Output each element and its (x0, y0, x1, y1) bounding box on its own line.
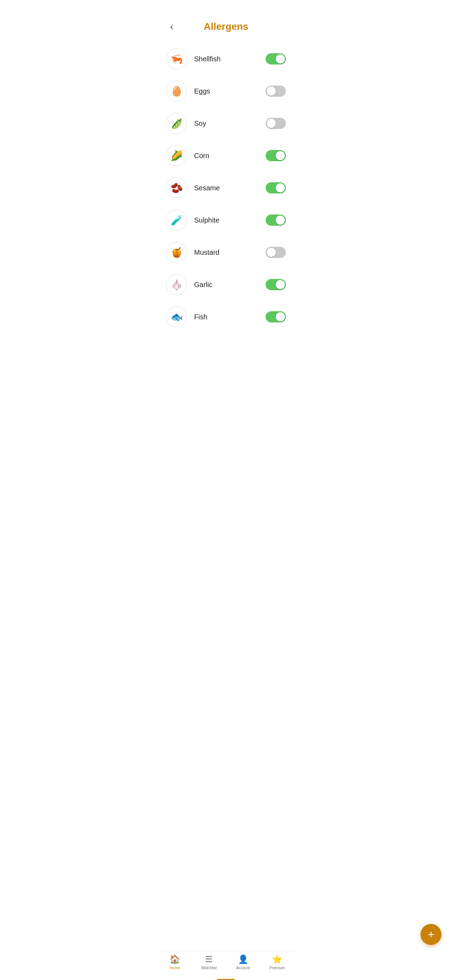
soy-label: Soy (194, 119, 266, 127)
mustard-icon: 🍯 (166, 242, 187, 263)
fish-label: Fish (194, 313, 266, 321)
sulphite-label: Sulphite (194, 216, 266, 224)
mustard-toggle[interactable] (266, 247, 286, 258)
allergen-item-shellfish: 🦐 Shellfish (166, 43, 286, 75)
allergen-item-mustard: 🍯 Mustard (166, 236, 286, 269)
allergen-item-soy: 🫛 Soy (166, 107, 286, 140)
corn-label: Corn (194, 152, 266, 160)
corn-icon: 🌽 (166, 145, 187, 166)
allergen-item-fish: 🐟 Fish (166, 301, 286, 333)
corn-toggle[interactable] (266, 150, 286, 161)
back-icon: ‹ (170, 21, 173, 32)
back-button[interactable]: ‹ (165, 20, 179, 33)
allergen-item-sulphite: 🧪 Sulphite (166, 204, 286, 236)
sulphite-icon: 🧪 (166, 210, 187, 231)
shellfish-label: Shellfish (194, 55, 266, 63)
eggs-icon: 🥚 (166, 81, 187, 102)
sesame-icon: 🫘 (166, 177, 187, 198)
mustard-label: Mustard (194, 248, 266, 256)
fish-toggle[interactable] (266, 311, 286, 323)
allergen-content: 🦐 Shellfish 🥚 Eggs 🫛 Soy (158, 39, 294, 372)
shellfish-toggle[interactable] (266, 53, 286, 65)
shellfish-icon: 🦐 (166, 48, 187, 69)
garlic-toggle[interactable] (266, 279, 286, 290)
allergen-list: 🦐 Shellfish 🥚 Eggs 🫛 Soy (158, 39, 294, 336)
fish-icon: 🐟 (166, 306, 187, 328)
page-header: ‹ Allergens (158, 0, 294, 39)
soy-icon: 🫛 (166, 113, 187, 134)
eggs-toggle[interactable] (266, 86, 286, 97)
allergen-item-eggs: 🥚 Eggs (166, 75, 286, 107)
sulphite-toggle[interactable] (266, 215, 286, 226)
page-title: Allergens (204, 21, 248, 32)
garlic-label: Garlic (194, 281, 266, 289)
soy-toggle[interactable] (266, 118, 286, 129)
allergen-item-garlic: 🧄 Garlic (166, 269, 286, 301)
sesame-toggle[interactable] (266, 182, 286, 194)
eggs-label: Eggs (194, 87, 266, 95)
sesame-label: Sesame (194, 184, 266, 192)
allergen-item-corn: 🌽 Corn (166, 140, 286, 172)
allergen-item-sesame: 🫘 Sesame (166, 172, 286, 204)
garlic-icon: 🧄 (166, 274, 187, 295)
